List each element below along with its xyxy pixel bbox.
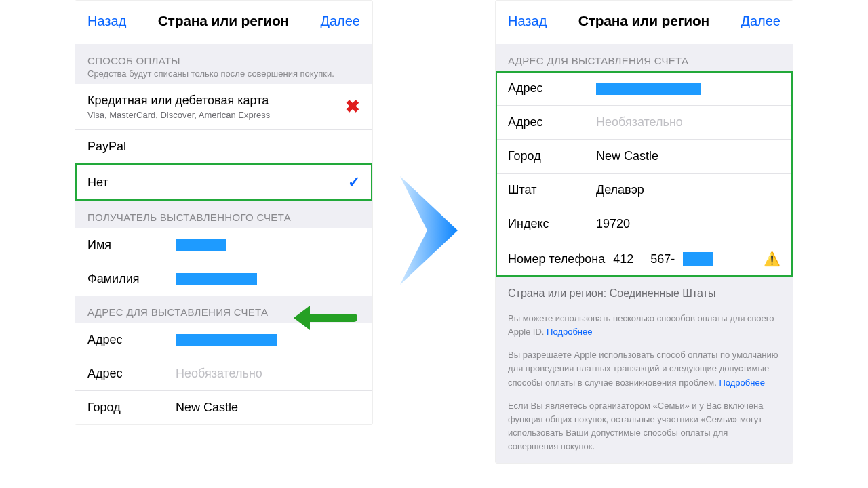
recipient-title: ПОЛУЧАТЕЛЬ ВЫСТАВЛЕННОГО СЧЕТА bbox=[87, 211, 360, 223]
paypal-label: PayPal bbox=[87, 140, 126, 154]
billing-address-left-list: Адрес Адрес Необязательно Город New Cast… bbox=[75, 323, 372, 424]
billing-address-right-list: Адрес Адрес Необязательно Город New Cast… bbox=[496, 72, 793, 277]
first-name-label: Имя bbox=[87, 238, 176, 252]
state-value: Делавэр bbox=[596, 183, 781, 197]
next-button[interactable]: Далее bbox=[320, 14, 360, 29]
phone-label: Номер телефона bbox=[508, 252, 605, 266]
card-subtitle: Visa, MasterCard, Discover, American Exp… bbox=[87, 110, 345, 120]
checkmark-icon: ✓ bbox=[348, 174, 360, 191]
city-field[interactable]: Город New Castle bbox=[75, 391, 372, 424]
billing-address-header: АДРЕС ДЛЯ ВЫСТАВЛЕНИЯ СЧЕТА bbox=[496, 44, 793, 72]
footer-notes: Вы можете использовать несколько способо… bbox=[496, 305, 793, 463]
payment-paypal-option[interactable]: PayPal bbox=[75, 130, 372, 164]
address2-field[interactable]: Адрес Необязательно bbox=[496, 106, 793, 140]
back-button[interactable]: Назад bbox=[508, 14, 547, 29]
state-field[interactable]: Штат Делавэр bbox=[496, 174, 793, 207]
country-summary: Страна или регион: Соединенные Штаты bbox=[496, 277, 793, 305]
last-name-field[interactable]: Фамилия bbox=[75, 262, 372, 296]
back-button[interactable]: Назад bbox=[87, 14, 126, 29]
last-name-label: Фамилия bbox=[87, 272, 176, 286]
city-label: Город bbox=[87, 401, 176, 415]
payment-method-subtitle: Средства будут списаны только после сове… bbox=[87, 68, 360, 79]
nav-bar: Назад Страна или регион Далее bbox=[496, 1, 793, 44]
payment-method-header: СПОСОБ ОПЛАТЫ Средства будут списаны тол… bbox=[75, 44, 372, 84]
next-button[interactable]: Далее bbox=[741, 14, 781, 29]
payment-method-list: Кредитная или дебетовая карта Visa, Mast… bbox=[75, 84, 372, 201]
redacted-block bbox=[596, 83, 701, 95]
redacted-block bbox=[176, 334, 277, 346]
address-field[interactable]: Адрес bbox=[496, 72, 793, 106]
payment-none-option[interactable]: Нет ✓ bbox=[75, 164, 372, 201]
redacted-block bbox=[683, 252, 713, 266]
zip-field[interactable]: Индекс 19720 bbox=[496, 207, 793, 241]
billing-address-header: АДРЕС ДЛЯ ВЫСТАВЛЕНИЯ СЧЕТА bbox=[75, 296, 372, 323]
city-field[interactable]: Город New Castle bbox=[496, 140, 793, 174]
phone-field[interactable]: Номер телефона412 567- ⚠️ bbox=[496, 241, 793, 277]
more-link[interactable]: Подробнее bbox=[547, 327, 592, 337]
address2-placeholder: Необязательно bbox=[176, 367, 360, 381]
address-label: Адрес bbox=[87, 333, 176, 347]
nav-bar: Назад Страна или регион Далее bbox=[75, 1, 372, 44]
address2-label: Адрес bbox=[87, 367, 176, 381]
zip-value: 19720 bbox=[596, 217, 781, 231]
payment-card-option[interactable]: Кредитная или дебетовая карта Visa, Mast… bbox=[75, 84, 372, 130]
chevron-right-icon bbox=[387, 169, 481, 291]
divider bbox=[642, 252, 642, 266]
note-1: Вы можете использовать несколько способо… bbox=[508, 312, 781, 339]
redacted-block bbox=[176, 273, 257, 285]
big-chevron bbox=[373, 169, 495, 291]
note-2: Вы разрешаете Apple использовать способ … bbox=[508, 348, 781, 389]
phone-area: 412 bbox=[613, 252, 633, 266]
payment-method-title: СПОСОБ ОПЛАТЫ bbox=[87, 55, 360, 66]
address2-placeholder: Необязательно bbox=[596, 115, 781, 129]
page-title: Страна или регион bbox=[158, 13, 289, 29]
none-label: Нет bbox=[87, 176, 108, 190]
note-3: Если Вы являетесь организатором «Семьи» … bbox=[508, 399, 781, 454]
right-screenshot: Назад Страна или регион Далее АДРЕС ДЛЯ … bbox=[495, 0, 793, 464]
zip-label: Индекс bbox=[508, 217, 596, 231]
redacted-block bbox=[176, 239, 226, 251]
address2-label: Адрес bbox=[508, 115, 596, 129]
page-title: Страна или регион bbox=[578, 13, 709, 29]
more-link[interactable]: Подробнее bbox=[719, 378, 764, 388]
city-value: New Castle bbox=[176, 401, 360, 415]
left-screenshot: Назад Страна или регион Далее СПОСОБ ОПЛ… bbox=[75, 0, 373, 425]
state-label: Штат bbox=[508, 183, 596, 197]
x-icon: ✖ bbox=[345, 96, 360, 117]
arrow-left-icon bbox=[283, 299, 357, 337]
phone-part: 567- bbox=[650, 252, 675, 266]
city-label: Город bbox=[508, 149, 596, 163]
address-label: Адрес bbox=[508, 81, 596, 96]
address2-field[interactable]: Адрес Необязательно bbox=[75, 357, 372, 391]
billing-recipient-header: ПОЛУЧАТЕЛЬ ВЫСТАВЛЕННОГО СЧЕТА bbox=[75, 201, 372, 228]
card-title: Кредитная или дебетовая карта bbox=[87, 94, 345, 108]
warning-icon: ⚠️ bbox=[764, 251, 781, 267]
billing-address-title: АДРЕС ДЛЯ ВЫСТАВЛЕНИЯ СЧЕТА bbox=[508, 55, 781, 66]
recipient-list: Имя Фамилия bbox=[75, 228, 372, 296]
first-name-field[interactable]: Имя bbox=[75, 228, 372, 262]
city-value: New Castle bbox=[596, 149, 781, 163]
